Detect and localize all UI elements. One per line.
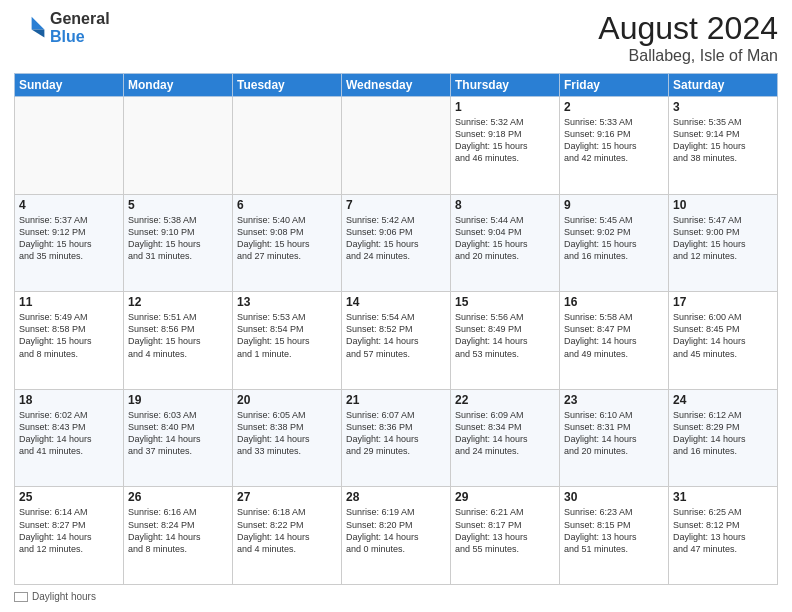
day-info: Sunrise: 6:23 AM Sunset: 8:15 PM Dayligh… [564, 506, 664, 555]
calendar-day-header: Tuesday [233, 74, 342, 97]
logo-icon [14, 12, 46, 44]
day-number: 10 [673, 198, 773, 212]
day-number: 29 [455, 490, 555, 504]
day-number: 16 [564, 295, 664, 309]
day-info: Sunrise: 6:09 AM Sunset: 8:34 PM Dayligh… [455, 409, 555, 458]
logo-text: General Blue [50, 10, 110, 45]
day-number: 26 [128, 490, 228, 504]
day-info: Sunrise: 6:07 AM Sunset: 8:36 PM Dayligh… [346, 409, 446, 458]
day-info: Sunrise: 5:37 AM Sunset: 9:12 PM Dayligh… [19, 214, 119, 263]
calendar-day-header: Monday [124, 74, 233, 97]
calendar-week-row: 11Sunrise: 5:49 AM Sunset: 8:58 PM Dayli… [15, 292, 778, 390]
calendar-cell: 14Sunrise: 5:54 AM Sunset: 8:52 PM Dayli… [342, 292, 451, 390]
calendar-cell: 4Sunrise: 5:37 AM Sunset: 9:12 PM Daylig… [15, 194, 124, 292]
day-info: Sunrise: 5:42 AM Sunset: 9:06 PM Dayligh… [346, 214, 446, 263]
calendar-cell: 20Sunrise: 6:05 AM Sunset: 8:38 PM Dayli… [233, 389, 342, 487]
day-info: Sunrise: 6:16 AM Sunset: 8:24 PM Dayligh… [128, 506, 228, 555]
day-info: Sunrise: 5:54 AM Sunset: 8:52 PM Dayligh… [346, 311, 446, 360]
day-number: 21 [346, 393, 446, 407]
day-number: 23 [564, 393, 664, 407]
day-info: Sunrise: 5:45 AM Sunset: 9:02 PM Dayligh… [564, 214, 664, 263]
calendar-cell: 27Sunrise: 6:18 AM Sunset: 8:22 PM Dayli… [233, 487, 342, 585]
day-info: Sunrise: 6:05 AM Sunset: 8:38 PM Dayligh… [237, 409, 337, 458]
day-info: Sunrise: 5:51 AM Sunset: 8:56 PM Dayligh… [128, 311, 228, 360]
day-number: 14 [346, 295, 446, 309]
calendar-cell: 3Sunrise: 5:35 AM Sunset: 9:14 PM Daylig… [669, 97, 778, 195]
day-info: Sunrise: 5:53 AM Sunset: 8:54 PM Dayligh… [237, 311, 337, 360]
calendar-cell: 29Sunrise: 6:21 AM Sunset: 8:17 PM Dayli… [451, 487, 560, 585]
location: Ballabeg, Isle of Man [598, 47, 778, 65]
day-number: 12 [128, 295, 228, 309]
day-number: 24 [673, 393, 773, 407]
calendar-week-row: 25Sunrise: 6:14 AM Sunset: 8:27 PM Dayli… [15, 487, 778, 585]
day-number: 5 [128, 198, 228, 212]
day-info: Sunrise: 6:21 AM Sunset: 8:17 PM Dayligh… [455, 506, 555, 555]
calendar-cell: 22Sunrise: 6:09 AM Sunset: 8:34 PM Dayli… [451, 389, 560, 487]
day-number: 3 [673, 100, 773, 114]
day-info: Sunrise: 6:03 AM Sunset: 8:40 PM Dayligh… [128, 409, 228, 458]
day-info: Sunrise: 5:32 AM Sunset: 9:18 PM Dayligh… [455, 116, 555, 165]
day-info: Sunrise: 6:10 AM Sunset: 8:31 PM Dayligh… [564, 409, 664, 458]
calendar-cell: 19Sunrise: 6:03 AM Sunset: 8:40 PM Dayli… [124, 389, 233, 487]
calendar-week-row: 18Sunrise: 6:02 AM Sunset: 8:43 PM Dayli… [15, 389, 778, 487]
day-info: Sunrise: 6:14 AM Sunset: 8:27 PM Dayligh… [19, 506, 119, 555]
calendar-cell: 21Sunrise: 6:07 AM Sunset: 8:36 PM Dayli… [342, 389, 451, 487]
day-info: Sunrise: 5:35 AM Sunset: 9:14 PM Dayligh… [673, 116, 773, 165]
calendar-cell: 9Sunrise: 5:45 AM Sunset: 9:02 PM Daylig… [560, 194, 669, 292]
svg-marker-0 [32, 16, 45, 29]
daylight-legend: Daylight hours [14, 591, 96, 602]
calendar-week-row: 4Sunrise: 5:37 AM Sunset: 9:12 PM Daylig… [15, 194, 778, 292]
footer: Daylight hours [14, 591, 778, 602]
calendar-cell [15, 97, 124, 195]
calendar-cell: 31Sunrise: 6:25 AM Sunset: 8:12 PM Dayli… [669, 487, 778, 585]
day-number: 17 [673, 295, 773, 309]
title-block: August 2024 Ballabeg, Isle of Man [598, 10, 778, 65]
calendar-cell: 23Sunrise: 6:10 AM Sunset: 8:31 PM Dayli… [560, 389, 669, 487]
day-number: 2 [564, 100, 664, 114]
calendar-day-header: Saturday [669, 74, 778, 97]
calendar-cell: 13Sunrise: 5:53 AM Sunset: 8:54 PM Dayli… [233, 292, 342, 390]
day-number: 25 [19, 490, 119, 504]
day-info: Sunrise: 6:19 AM Sunset: 8:20 PM Dayligh… [346, 506, 446, 555]
day-number: 13 [237, 295, 337, 309]
day-info: Sunrise: 5:33 AM Sunset: 9:16 PM Dayligh… [564, 116, 664, 165]
page: General Blue August 2024 Ballabeg, Isle … [0, 0, 792, 612]
day-info: Sunrise: 6:00 AM Sunset: 8:45 PM Dayligh… [673, 311, 773, 360]
daylight-label: Daylight hours [32, 591, 96, 602]
calendar-cell: 25Sunrise: 6:14 AM Sunset: 8:27 PM Dayli… [15, 487, 124, 585]
calendar-cell: 30Sunrise: 6:23 AM Sunset: 8:15 PM Dayli… [560, 487, 669, 585]
day-info: Sunrise: 5:44 AM Sunset: 9:04 PM Dayligh… [455, 214, 555, 263]
calendar-cell: 26Sunrise: 6:16 AM Sunset: 8:24 PM Dayli… [124, 487, 233, 585]
day-info: Sunrise: 5:56 AM Sunset: 8:49 PM Dayligh… [455, 311, 555, 360]
day-number: 6 [237, 198, 337, 212]
day-number: 18 [19, 393, 119, 407]
day-info: Sunrise: 5:58 AM Sunset: 8:47 PM Dayligh… [564, 311, 664, 360]
day-number: 7 [346, 198, 446, 212]
calendar-day-header: Thursday [451, 74, 560, 97]
day-info: Sunrise: 5:49 AM Sunset: 8:58 PM Dayligh… [19, 311, 119, 360]
calendar-day-header: Wednesday [342, 74, 451, 97]
calendar-cell: 7Sunrise: 5:42 AM Sunset: 9:06 PM Daylig… [342, 194, 451, 292]
day-number: 19 [128, 393, 228, 407]
day-number: 27 [237, 490, 337, 504]
calendar-cell: 2Sunrise: 5:33 AM Sunset: 9:16 PM Daylig… [560, 97, 669, 195]
calendar-day-header: Sunday [15, 74, 124, 97]
calendar-cell: 1Sunrise: 5:32 AM Sunset: 9:18 PM Daylig… [451, 97, 560, 195]
calendar-header-row: SundayMondayTuesdayWednesdayThursdayFrid… [15, 74, 778, 97]
day-number: 31 [673, 490, 773, 504]
day-info: Sunrise: 6:25 AM Sunset: 8:12 PM Dayligh… [673, 506, 773, 555]
calendar-cell [342, 97, 451, 195]
calendar-cell: 17Sunrise: 6:00 AM Sunset: 8:45 PM Dayli… [669, 292, 778, 390]
calendar-cell: 24Sunrise: 6:12 AM Sunset: 8:29 PM Dayli… [669, 389, 778, 487]
calendar-cell: 6Sunrise: 5:40 AM Sunset: 9:08 PM Daylig… [233, 194, 342, 292]
calendar-cell: 5Sunrise: 5:38 AM Sunset: 9:10 PM Daylig… [124, 194, 233, 292]
day-number: 8 [455, 198, 555, 212]
daylight-color-box [14, 592, 28, 602]
calendar-cell: 11Sunrise: 5:49 AM Sunset: 8:58 PM Dayli… [15, 292, 124, 390]
day-number: 20 [237, 393, 337, 407]
calendar-cell [124, 97, 233, 195]
day-info: Sunrise: 5:47 AM Sunset: 9:00 PM Dayligh… [673, 214, 773, 263]
logo-blue: Blue [50, 28, 85, 45]
day-info: Sunrise: 5:38 AM Sunset: 9:10 PM Dayligh… [128, 214, 228, 263]
day-info: Sunrise: 6:12 AM Sunset: 8:29 PM Dayligh… [673, 409, 773, 458]
